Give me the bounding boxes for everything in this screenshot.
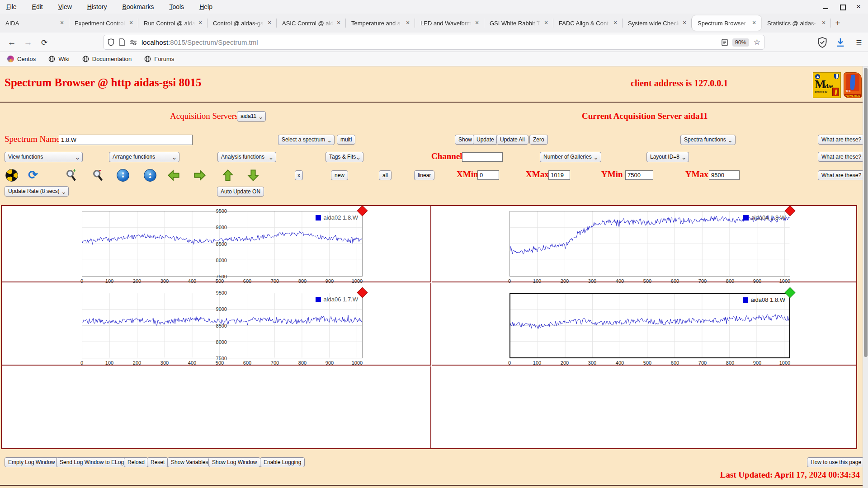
- midas-logo[interactable]: Midas powered by: [813, 72, 841, 98]
- close-icon[interactable]: ×: [127, 19, 135, 27]
- what-are-these-button[interactable]: What are these?: [818, 152, 865, 162]
- view-functions-dropdown[interactable]: View functions: [5, 152, 83, 162]
- permissions-icon[interactable]: [130, 39, 137, 46]
- tab-spectrum-browser[interactable]: Spectrum Browser×: [692, 15, 761, 31]
- refresh-icon[interactable]: ⟳: [28, 169, 41, 182]
- xmin-input[interactable]: [477, 170, 499, 180]
- zero-button[interactable]: Zero: [529, 135, 548, 145]
- empty-log-button[interactable]: Empty Log Window: [5, 457, 58, 467]
- page-icon[interactable]: [119, 38, 125, 46]
- close-icon[interactable]: ×: [681, 19, 688, 27]
- tab-statistics-aidas[interactable]: Statistics @ aidas-×: [762, 14, 831, 33]
- auto-update-button[interactable]: Auto Update ON: [217, 187, 264, 197]
- menu-help[interactable]: Help: [199, 3, 212, 10]
- shield-check-icon[interactable]: [817, 36, 827, 49]
- what-are-these-button[interactable]: What are these?: [818, 170, 865, 180]
- menu-edit[interactable]: Edit: [32, 3, 43, 10]
- close-window-button[interactable]: ×: [855, 4, 862, 10]
- shield-icon[interactable]: [108, 38, 114, 46]
- menu-view[interactable]: View: [58, 3, 72, 10]
- bookmark-forums[interactable]: Forums: [144, 56, 174, 62]
- forward-icon[interactable]: →: [22, 36, 34, 49]
- tab-experiment-control[interactable]: Experiment Control×: [69, 14, 138, 33]
- bookmark-centos[interactable]: Centos: [7, 56, 36, 62]
- tags-fits-dropdown[interactable]: Tags & Fits: [326, 152, 363, 162]
- close-icon[interactable]: ×: [197, 19, 204, 27]
- zoom-out-icon[interactable]: -: [91, 169, 104, 182]
- channel-input[interactable]: [462, 152, 503, 162]
- close-icon[interactable]: ×: [335, 19, 342, 27]
- menu-bookmarks[interactable]: Bookmarks: [122, 3, 154, 10]
- close-icon[interactable]: ×: [820, 19, 827, 27]
- arrange-functions-dropdown[interactable]: Arrange functions: [109, 152, 179, 162]
- reset-button[interactable]: Reset: [147, 457, 168, 467]
- tab-aida[interactable]: AIDA×: [0, 14, 69, 33]
- zoom-level-badge[interactable]: 90%: [732, 38, 749, 47]
- analysis-functions-dropdown[interactable]: Analysis functions: [217, 152, 276, 162]
- scrollbar-thumb[interactable]: [864, 68, 868, 357]
- menu-tools[interactable]: Tools: [169, 3, 184, 10]
- spectrum-plot[interactable]: aida08 1.8.W: [509, 293, 790, 358]
- back-icon[interactable]: ←: [5, 36, 18, 49]
- spectrum-name-input[interactable]: [59, 135, 193, 145]
- close-icon[interactable]: ×: [542, 19, 550, 27]
- tab-system-wide-check[interactable]: System wide Check×: [623, 14, 692, 33]
- ymin-input[interactable]: [625, 170, 653, 180]
- zoom-in-icon[interactable]: +: [65, 169, 77, 182]
- enable-logging-button[interactable]: Enable Logging: [260, 457, 305, 467]
- reload-button[interactable]: Reload: [124, 457, 148, 467]
- url-bar[interactable]: localhost:8015/Spectrum/Spectrum.tml 90%…: [104, 35, 764, 49]
- reload-icon[interactable]: ⟳: [38, 36, 51, 49]
- how-to-use-button[interactable]: How to use this page: [807, 457, 865, 467]
- show-variables-button[interactable]: Show Variables: [167, 457, 212, 467]
- bookmark-star-icon[interactable]: ☆: [754, 38, 760, 47]
- multi-button[interactable]: multi: [337, 135, 355, 145]
- hamburger-menu-icon[interactable]: ≡: [853, 36, 865, 49]
- radiation-icon[interactable]: [5, 169, 18, 182]
- what-are-these-button[interactable]: What are these?: [818, 135, 865, 145]
- close-icon[interactable]: ×: [266, 19, 273, 27]
- menu-history[interactable]: History: [87, 3, 107, 10]
- close-icon[interactable]: ×: [473, 19, 481, 27]
- download-icon[interactable]: [835, 36, 845, 49]
- xmax-input[interactable]: [548, 170, 570, 180]
- close-icon[interactable]: ×: [612, 19, 619, 27]
- spectrum-plot[interactable]: aida04 1.8.W: [509, 211, 790, 277]
- arrow-left-icon[interactable]: [167, 169, 180, 182]
- tab-led-and-waveform[interactable]: LED and Waveform×: [415, 14, 484, 33]
- galleries-dropdown[interactable]: Number of Galleries: [540, 152, 601, 162]
- tcl-powered-logo[interactable]: TCL POWERED: [844, 72, 862, 98]
- menu-file[interactable]: File: [6, 3, 17, 10]
- reader-view-icon[interactable]: [722, 39, 728, 46]
- close-icon[interactable]: ×: [404, 19, 411, 27]
- bookmark-documentation[interactable]: Documentation: [82, 56, 132, 62]
- arrow-up-icon[interactable]: [222, 169, 234, 182]
- tab-asic-control-aid[interactable]: ASIC Control @ aid×: [277, 14, 346, 33]
- url-text[interactable]: localhost:8015/Spectrum/Spectrum.tml: [142, 38, 722, 46]
- new-button[interactable]: new: [331, 170, 348, 180]
- minimize-button[interactable]: [823, 4, 829, 10]
- layout-id-dropdown[interactable]: Layout ID=8: [646, 152, 689, 162]
- all-button[interactable]: all: [379, 170, 392, 180]
- bookmark-wiki[interactable]: Wiki: [48, 56, 70, 62]
- close-icon[interactable]: ×: [750, 19, 758, 27]
- ymax-input[interactable]: [709, 170, 740, 180]
- acquisition-server-select[interactable]: aida11: [237, 111, 266, 122]
- page-scrollbar[interactable]: [863, 66, 868, 488]
- scroll-up-icon[interactable]: ▲▲: [144, 169, 156, 182]
- scroll-down-icon[interactable]: ▼▼: [117, 169, 129, 182]
- send-log-elog-button[interactable]: Send Log Window to ELog: [56, 457, 127, 467]
- maximize-button[interactable]: [839, 4, 845, 10]
- update-button[interactable]: Update: [473, 135, 498, 145]
- spectra-functions-dropdown[interactable]: Spectra functions: [680, 135, 736, 145]
- tab-gsi-white-rabbit-t[interactable]: GSI White Rabbit T×: [484, 14, 553, 33]
- tab-run-control-aida[interactable]: Run Control @ aida×: [138, 14, 208, 33]
- x-button[interactable]: x: [295, 170, 303, 180]
- arrow-down-icon[interactable]: [247, 169, 259, 182]
- arrow-right-icon[interactable]: [193, 169, 206, 182]
- update-all-button[interactable]: Update All: [496, 135, 528, 145]
- tab-control-aidas-gs[interactable]: Control @ aidas-gs×: [208, 14, 277, 33]
- tab-temperature-and-s[interactable]: Temperature and s×: [346, 14, 415, 33]
- close-icon[interactable]: ×: [58, 19, 66, 27]
- linear-button[interactable]: linear: [414, 170, 434, 180]
